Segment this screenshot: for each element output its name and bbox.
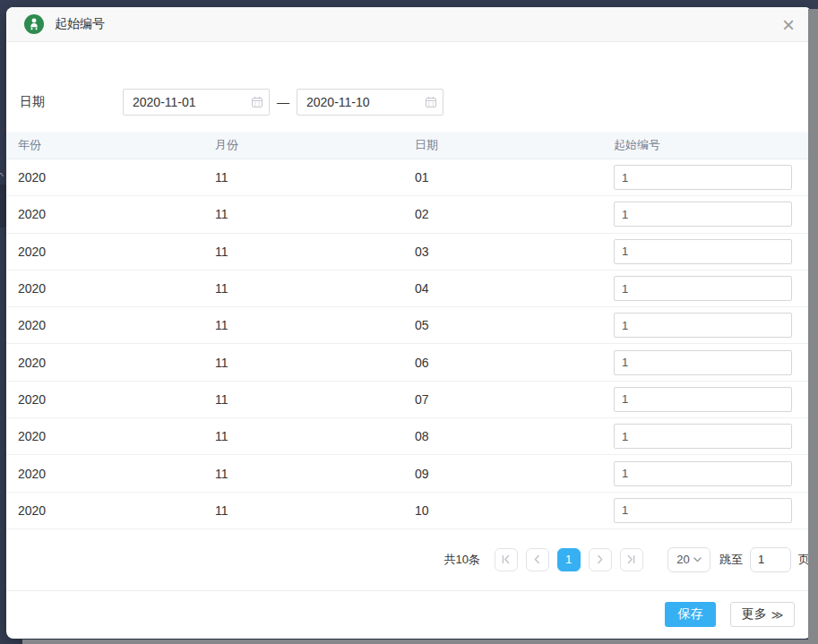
start-number-input[interactable] bbox=[614, 313, 792, 338]
dialog-footer: 保存 更多 ≫ bbox=[6, 590, 812, 639]
last-page-button[interactable] bbox=[620, 548, 643, 571]
cell-month: 11 bbox=[215, 467, 415, 481]
cell-start-number bbox=[614, 498, 812, 523]
cell-start-number bbox=[614, 350, 812, 375]
cell-year: 2020 bbox=[18, 356, 215, 370]
start-number-input[interactable] bbox=[614, 387, 792, 412]
start-number-input[interactable] bbox=[614, 498, 792, 523]
cell-start-number bbox=[614, 276, 812, 301]
start-number-input[interactable] bbox=[614, 239, 792, 264]
vertical-scrollbar[interactable] bbox=[808, 9, 818, 644]
cell-year: 2020 bbox=[18, 281, 215, 296]
cell-start-number bbox=[614, 313, 812, 338]
more-button-label: 更多 bbox=[742, 606, 767, 623]
page-size-value: 20 bbox=[676, 553, 689, 566]
table-row: 2020 11 05 bbox=[6, 307, 812, 344]
cell-day: 10 bbox=[415, 503, 614, 518]
cell-day: 05 bbox=[415, 318, 614, 332]
table-body: 2020 11 01 2020 11 02 2020 11 03 2020 bbox=[6, 159, 812, 529]
start-number-input[interactable] bbox=[614, 350, 792, 375]
cell-year: 2020 bbox=[18, 392, 215, 407]
column-header-start-number: 起始编号 bbox=[614, 137, 812, 153]
chevron-left-icon bbox=[532, 554, 542, 564]
cell-month: 11 bbox=[215, 392, 415, 407]
cell-start-number bbox=[614, 461, 812, 486]
table-header-row: 年份 月份 日期 起始编号 bbox=[6, 132, 812, 159]
cell-month: 11 bbox=[215, 503, 415, 518]
table-row: 2020 11 04 bbox=[6, 270, 812, 307]
start-number-dialog: 起始编号 × 日期 — bbox=[6, 7, 812, 639]
cell-month: 11 bbox=[215, 429, 415, 443]
page-size-select[interactable]: 20 bbox=[667, 547, 710, 572]
cell-month: 11 bbox=[215, 356, 415, 370]
column-header-month: 月份 bbox=[215, 137, 415, 153]
chevron-down-icon bbox=[693, 557, 702, 562]
cell-start-number bbox=[614, 165, 812, 190]
dialog-header: 起始编号 × bbox=[6, 7, 812, 42]
start-number-input[interactable] bbox=[614, 461, 792, 486]
end-date-input[interactable] bbox=[297, 89, 443, 116]
cell-year: 2020 bbox=[18, 503, 215, 518]
cell-month: 11 bbox=[215, 318, 415, 332]
table-row: 2020 11 10 bbox=[6, 493, 812, 529]
cell-day: 09 bbox=[415, 467, 614, 481]
background-sidebar-block bbox=[0, 185, 6, 228]
table-row: 2020 11 03 bbox=[6, 234, 812, 270]
cell-year: 2020 bbox=[18, 429, 215, 443]
pagination-bar: 共10条 1 20 bbox=[6, 529, 812, 590]
chevron-right-icon bbox=[595, 554, 605, 564]
cell-day: 04 bbox=[415, 281, 614, 296]
table-row: 2020 11 01 bbox=[6, 159, 812, 196]
column-header-day: 日期 bbox=[415, 137, 614, 153]
start-number-input[interactable] bbox=[614, 202, 792, 227]
first-page-button[interactable] bbox=[495, 548, 518, 571]
current-page-button[interactable]: 1 bbox=[557, 548, 581, 571]
total-count-label: 共10条 bbox=[444, 552, 480, 568]
cell-start-number bbox=[614, 239, 812, 264]
cell-year: 2020 bbox=[18, 170, 215, 185]
cell-year: 2020 bbox=[18, 207, 215, 221]
table-row: 2020 11 07 bbox=[6, 382, 812, 418]
person-badge-icon bbox=[24, 14, 44, 34]
more-button[interactable]: 更多 ≫ bbox=[730, 602, 795, 627]
cell-start-number bbox=[614, 387, 812, 412]
table-row: 2020 11 08 bbox=[6, 418, 812, 455]
sidebar-collapse-chevron-icon[interactable]: ^ bbox=[0, 172, 4, 182]
cell-day: 07 bbox=[415, 392, 614, 407]
cell-year: 2020 bbox=[18, 467, 215, 481]
cell-month: 11 bbox=[215, 207, 415, 221]
prev-page-button[interactable] bbox=[526, 548, 549, 571]
close-icon[interactable]: × bbox=[782, 14, 795, 36]
start-date-input[interactable] bbox=[123, 89, 270, 116]
cell-month: 11 bbox=[215, 245, 415, 259]
double-chevron-right-icon: ≫ bbox=[771, 608, 784, 622]
table-row: 2020 11 06 bbox=[6, 344, 812, 381]
jump-to-label: 跳至 bbox=[719, 552, 743, 568]
start-number-input[interactable] bbox=[614, 276, 792, 301]
date-filter-label: 日期 bbox=[20, 94, 123, 110]
cell-month: 11 bbox=[215, 170, 415, 185]
horizontal-scrollbar[interactable] bbox=[22, 640, 818, 644]
first-page-icon bbox=[501, 554, 511, 564]
cell-start-number bbox=[614, 424, 812, 449]
cell-start-number bbox=[614, 202, 812, 227]
start-number-input[interactable] bbox=[614, 424, 792, 449]
date-range-separator: — bbox=[277, 95, 289, 109]
cell-day: 08 bbox=[415, 429, 614, 443]
cell-day: 02 bbox=[415, 207, 614, 221]
column-header-year: 年份 bbox=[18, 137, 215, 153]
cell-day: 06 bbox=[415, 356, 614, 370]
jump-page-input[interactable] bbox=[750, 547, 791, 572]
next-page-button[interactable] bbox=[589, 548, 612, 571]
table-row: 2020 11 09 bbox=[6, 455, 812, 492]
date-filter-row: 日期 — bbox=[6, 42, 812, 132]
cell-year: 2020 bbox=[18, 245, 215, 259]
start-number-input[interactable] bbox=[614, 165, 792, 190]
cell-month: 11 bbox=[215, 281, 415, 296]
cell-year: 2020 bbox=[18, 318, 215, 332]
save-button[interactable]: 保存 bbox=[665, 602, 716, 627]
table-row: 2020 11 02 bbox=[6, 196, 812, 233]
calendar-icon bbox=[251, 96, 263, 108]
calendar-icon bbox=[425, 96, 437, 108]
dialog-title: 起始编号 bbox=[55, 16, 105, 32]
